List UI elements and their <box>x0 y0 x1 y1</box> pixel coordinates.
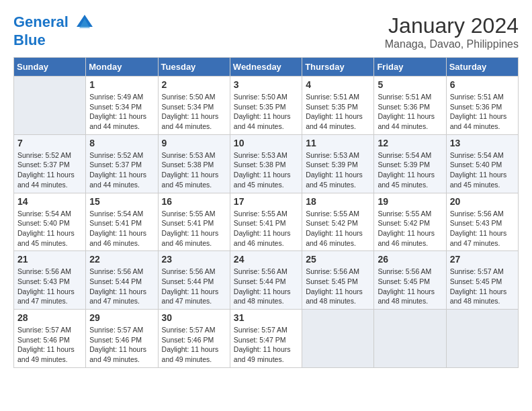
day-info: Sunrise: 5:55 AM Sunset: 5:41 PM Dayligh… <box>234 209 298 248</box>
calendar-cell: 23Sunrise: 5:56 AM Sunset: 5:44 PM Dayli… <box>158 251 230 310</box>
day-info: Sunrise: 5:54 AM Sunset: 5:40 PM Dayligh… <box>17 209 82 248</box>
weekday-header-monday: Monday <box>86 58 158 77</box>
day-info: Sunrise: 5:56 AM Sunset: 5:43 PM Dayligh… <box>450 209 515 248</box>
calendar-cell: 2Sunrise: 5:50 AM Sunset: 5:34 PM Daylig… <box>158 77 230 135</box>
day-number: 23 <box>162 254 226 265</box>
location: Managa, Davao, Philippines <box>385 38 519 50</box>
day-number: 1 <box>89 79 154 90</box>
calendar-cell: 17Sunrise: 5:55 AM Sunset: 5:41 PM Dayli… <box>230 193 302 251</box>
day-info: Sunrise: 5:57 AM Sunset: 5:45 PM Dayligh… <box>450 267 515 306</box>
day-number: 11 <box>306 138 370 148</box>
day-number: 27 <box>450 254 515 265</box>
day-number: 25 <box>306 254 370 265</box>
day-number: 21 <box>17 254 82 265</box>
day-number: 14 <box>17 196 82 207</box>
calendar-cell: 14Sunrise: 5:54 AM Sunset: 5:40 PM Dayli… <box>14 193 86 251</box>
calendar-week-row: 7Sunrise: 5:52 AM Sunset: 5:37 PM Daylig… <box>14 134 519 193</box>
calendar-cell: 11Sunrise: 5:53 AM Sunset: 5:39 PM Dayli… <box>302 134 374 193</box>
day-info: Sunrise: 5:55 AM Sunset: 5:42 PM Dayligh… <box>306 209 370 248</box>
calendar-cell: 22Sunrise: 5:56 AM Sunset: 5:44 PM Dayli… <box>86 251 158 310</box>
calendar-cell: 31Sunrise: 5:57 AM Sunset: 5:47 PM Dayli… <box>230 310 302 368</box>
calendar-cell: 10Sunrise: 5:53 AM Sunset: 5:38 PM Dayli… <box>230 134 302 193</box>
calendar-body: 1Sunrise: 5:49 AM Sunset: 5:34 PM Daylig… <box>14 77 519 368</box>
day-info: Sunrise: 5:57 AM Sunset: 5:46 PM Dayligh… <box>17 325 82 365</box>
day-number: 28 <box>17 312 82 323</box>
day-number: 3 <box>234 79 298 90</box>
day-info: Sunrise: 5:51 AM Sunset: 5:36 PM Dayligh… <box>450 92 515 132</box>
calendar-cell: 4Sunrise: 5:51 AM Sunset: 5:35 PM Daylig… <box>302 77 374 135</box>
day-number: 18 <box>306 196 370 207</box>
calendar-cell: 3Sunrise: 5:50 AM Sunset: 5:35 PM Daylig… <box>230 77 302 135</box>
day-info: Sunrise: 5:53 AM Sunset: 5:38 PM Dayligh… <box>162 150 226 190</box>
calendar-cell: 29Sunrise: 5:57 AM Sunset: 5:46 PM Dayli… <box>86 310 158 368</box>
day-number: 17 <box>234 196 298 207</box>
calendar-cell: 18Sunrise: 5:55 AM Sunset: 5:42 PM Dayli… <box>302 193 374 251</box>
calendar-cell: 8Sunrise: 5:52 AM Sunset: 5:37 PM Daylig… <box>86 134 158 193</box>
title-block: January 2024 Managa, Davao, Philippines <box>385 13 519 50</box>
day-number: 8 <box>89 138 154 148</box>
day-info: Sunrise: 5:56 AM Sunset: 5:44 PM Dayligh… <box>234 267 298 306</box>
day-info: Sunrise: 5:57 AM Sunset: 5:46 PM Dayligh… <box>89 325 154 365</box>
day-info: Sunrise: 5:55 AM Sunset: 5:42 PM Dayligh… <box>378 209 442 248</box>
calendar-cell <box>446 310 518 368</box>
calendar-cell: 12Sunrise: 5:54 AM Sunset: 5:39 PM Dayli… <box>374 134 446 193</box>
day-number: 13 <box>450 138 515 148</box>
day-info: Sunrise: 5:50 AM Sunset: 5:35 PM Dayligh… <box>234 92 298 132</box>
day-number: 22 <box>89 254 154 265</box>
month-title: January 2024 <box>385 13 519 38</box>
day-number: 24 <box>234 254 298 265</box>
calendar-week-row: 21Sunrise: 5:56 AM Sunset: 5:43 PM Dayli… <box>14 251 519 310</box>
calendar-cell: 21Sunrise: 5:56 AM Sunset: 5:43 PM Dayli… <box>14 251 86 310</box>
calendar-cell: 5Sunrise: 5:51 AM Sunset: 5:36 PM Daylig… <box>374 77 446 135</box>
day-number: 10 <box>234 138 298 148</box>
calendar-week-row: 28Sunrise: 5:57 AM Sunset: 5:46 PM Dayli… <box>14 310 519 368</box>
calendar-cell: 26Sunrise: 5:56 AM Sunset: 5:45 PM Dayli… <box>374 251 446 310</box>
day-number: 9 <box>162 138 226 148</box>
day-number: 29 <box>89 312 154 323</box>
calendar-cell <box>374 310 446 368</box>
calendar-week-row: 1Sunrise: 5:49 AM Sunset: 5:34 PM Daylig… <box>14 77 519 135</box>
calendar-cell: 13Sunrise: 5:54 AM Sunset: 5:40 PM Dayli… <box>446 134 518 193</box>
day-number: 31 <box>234 312 298 323</box>
day-info: Sunrise: 5:56 AM Sunset: 5:45 PM Dayligh… <box>306 267 370 306</box>
calendar-week-row: 14Sunrise: 5:54 AM Sunset: 5:40 PM Dayli… <box>14 193 519 251</box>
day-number: 30 <box>162 312 226 323</box>
day-info: Sunrise: 5:54 AM Sunset: 5:39 PM Dayligh… <box>378 150 442 190</box>
day-number: 4 <box>306 79 370 90</box>
weekday-header-wednesday: Wednesday <box>230 58 302 77</box>
day-info: Sunrise: 5:49 AM Sunset: 5:34 PM Dayligh… <box>89 92 154 132</box>
day-info: Sunrise: 5:55 AM Sunset: 5:41 PM Dayligh… <box>162 209 226 248</box>
calendar-header-row: SundayMondayTuesdayWednesdayThursdayFrid… <box>14 58 519 77</box>
day-info: Sunrise: 5:50 AM Sunset: 5:34 PM Dayligh… <box>162 92 226 132</box>
day-info: Sunrise: 5:56 AM Sunset: 5:44 PM Dayligh… <box>89 267 154 306</box>
calendar-cell: 24Sunrise: 5:56 AM Sunset: 5:44 PM Dayli… <box>230 251 302 310</box>
day-info: Sunrise: 5:53 AM Sunset: 5:38 PM Dayligh… <box>234 150 298 190</box>
calendar-cell: 27Sunrise: 5:57 AM Sunset: 5:45 PM Dayli… <box>446 251 518 310</box>
page-header: General Blue January 2024 Managa, Davao,… <box>13 13 519 50</box>
day-info: Sunrise: 5:54 AM Sunset: 5:41 PM Dayligh… <box>89 209 154 248</box>
calendar-cell: 15Sunrise: 5:54 AM Sunset: 5:41 PM Dayli… <box>86 193 158 251</box>
day-info: Sunrise: 5:52 AM Sunset: 5:37 PM Dayligh… <box>17 150 82 190</box>
calendar-cell: 9Sunrise: 5:53 AM Sunset: 5:38 PM Daylig… <box>158 134 230 193</box>
day-info: Sunrise: 5:51 AM Sunset: 5:36 PM Dayligh… <box>378 92 442 132</box>
calendar-cell: 25Sunrise: 5:56 AM Sunset: 5:45 PM Dayli… <box>302 251 374 310</box>
calendar-cell: 20Sunrise: 5:56 AM Sunset: 5:43 PM Dayli… <box>446 193 518 251</box>
calendar-cell: 30Sunrise: 5:57 AM Sunset: 5:46 PM Dayli… <box>158 310 230 368</box>
day-info: Sunrise: 5:51 AM Sunset: 5:35 PM Dayligh… <box>306 92 370 132</box>
calendar-cell <box>302 310 374 368</box>
calendar-cell: 6Sunrise: 5:51 AM Sunset: 5:36 PM Daylig… <box>446 77 518 135</box>
day-info: Sunrise: 5:53 AM Sunset: 5:39 PM Dayligh… <box>306 150 370 190</box>
calendar-cell: 28Sunrise: 5:57 AM Sunset: 5:46 PM Dayli… <box>14 310 86 368</box>
calendar-cell <box>14 77 86 135</box>
calendar-cell: 7Sunrise: 5:52 AM Sunset: 5:37 PM Daylig… <box>14 134 86 193</box>
day-info: Sunrise: 5:56 AM Sunset: 5:44 PM Dayligh… <box>162 267 226 306</box>
day-number: 19 <box>378 196 442 207</box>
day-number: 26 <box>378 254 442 265</box>
day-info: Sunrise: 5:57 AM Sunset: 5:46 PM Dayligh… <box>162 325 226 365</box>
logo-text: General <box>13 13 94 32</box>
day-number: 20 <box>450 196 515 207</box>
day-info: Sunrise: 5:56 AM Sunset: 5:43 PM Dayligh… <box>17 267 82 306</box>
day-number: 15 <box>89 196 154 207</box>
day-number: 12 <box>378 138 442 148</box>
weekday-header-sunday: Sunday <box>14 58 86 77</box>
